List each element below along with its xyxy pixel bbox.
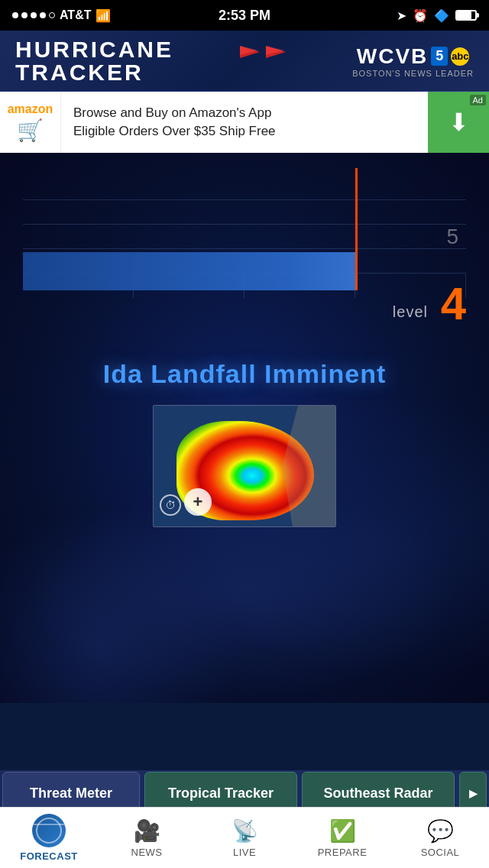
dot-2 [21,12,28,18]
news-camera-icon: 🎥 [134,818,160,844]
nav-prepare[interactable]: ✅ PREPARE [293,818,391,858]
radar-background: ⏱ + [154,406,335,526]
battery-fill [457,11,471,19]
nav-live-label: LIVE [233,847,256,858]
nav-social[interactable]: 💬 SOCIAL [391,818,489,858]
land-mass [282,406,335,526]
download-icon: ⬇ [449,108,469,137]
app-title: HURRICANE TRACKER [15,38,173,84]
grid-row-1 [23,176,466,200]
radar-map[interactable]: ⏱ + [153,405,336,527]
dot-3 [31,12,37,18]
dot-1 [12,12,18,18]
location-icon: ➤ [397,8,406,23]
dot-5 [49,12,55,18]
logo-badge: WCVB 5 abc [357,44,470,69]
signal-dots [12,12,55,18]
station-tagline: BOSTON'S NEWS LEADER [352,69,474,78]
status-bar: AT&T 📶 2:53 PM ➤ ⏰ 🔷 [0,0,489,31]
nav-forecast[interactable]: FORECAST [0,814,98,862]
threat-indicator-line [355,168,358,290]
status-right-icons: ➤ ⏰ 🔷 [397,8,477,23]
ad-download-button[interactable]: Ad ⬇ [428,92,489,153]
cart-icon: 🛒 [17,118,44,143]
station-logo: WCVB 5 abc BOSTON'S NEWS LEADER [352,44,474,78]
prepare-checklist-icon: ✅ [329,818,356,844]
tab-threat-label: Threat Meter [30,785,112,802]
ad-line1: Browse and Buy on Amazon's App [73,104,416,122]
flag-right [264,46,287,76]
tab-radar-label: Southeast Radar [323,785,432,802]
threat-graph: 5 level 4 [23,176,466,298]
nav-news-label: NEWS [131,847,163,858]
amazon-brand: amazon [8,102,53,116]
zoom-button[interactable]: + [184,488,212,516]
status-time: 2:53 PM [219,8,270,24]
amazon-logo: amazon 🛒 [0,92,61,153]
title-line1: HURRICANE [15,38,173,61]
alert-title: Ida Landfall Imminent [0,359,489,389]
battery-indicator [455,10,477,21]
ad-label: Ad [470,95,486,105]
ad-line2: Eligible Orders Over $35 Ship Free [73,122,416,141]
ad-copy: Browse and Buy on Amazon's App Eligible … [61,98,428,147]
social-icon: 💬 [427,818,454,844]
network-logo: abc [451,47,469,66]
flag-left [238,46,261,76]
carrier-name: AT&T [60,8,91,22]
threat-bar [23,252,355,290]
current-level: 4 [441,281,466,327]
ad-banner[interactable]: amazon 🛒 Browse and Buy on Amazon's App … [0,92,489,153]
dot-4 [40,12,46,18]
nav-live[interactable]: 📡 LIVE [196,818,293,858]
nav-prepare-label: PREPARE [318,847,368,858]
station-name: WCVB [357,44,429,69]
max-level-label: 5 [446,225,458,249]
forecast-globe-icon [32,814,66,847]
title-line2: TRACKER [15,61,144,84]
level-text: level [393,303,428,321]
grid-row-2 [23,200,466,225]
tab-more-icon: ▸ [469,784,477,802]
nav-news[interactable]: 🎥 NEWS [98,818,196,858]
nav-forecast-label: FORECAST [20,850,78,862]
app-header: HURRICANE TRACKER WCVB 5 abc BOSTON'S NE… [0,31,489,92]
alarm-icon: ⏰ [413,8,428,23]
tab-tropical-label: Tropical Tracker [168,785,274,802]
channel-number: 5 [431,47,448,66]
main-content: 5 level 4 Ida Landfall Imminent ⏱ + [0,153,489,703]
wifi-icon: 📶 [96,8,111,23]
bluetooth-icon: 🔷 [434,8,449,23]
carrier-signal: AT&T 📶 [12,8,111,23]
time-control-icon[interactable]: ⏱ [160,494,181,516]
nav-social-label: SOCIAL [421,847,460,858]
bottom-navigation: FORECAST 🎥 NEWS 📡 LIVE ✅ PREPARE 💬 SOCIA… [0,807,489,868]
grid-row-3 [23,225,466,249]
flag-icons [238,46,287,76]
live-broadcast-icon: 📡 [232,818,258,844]
